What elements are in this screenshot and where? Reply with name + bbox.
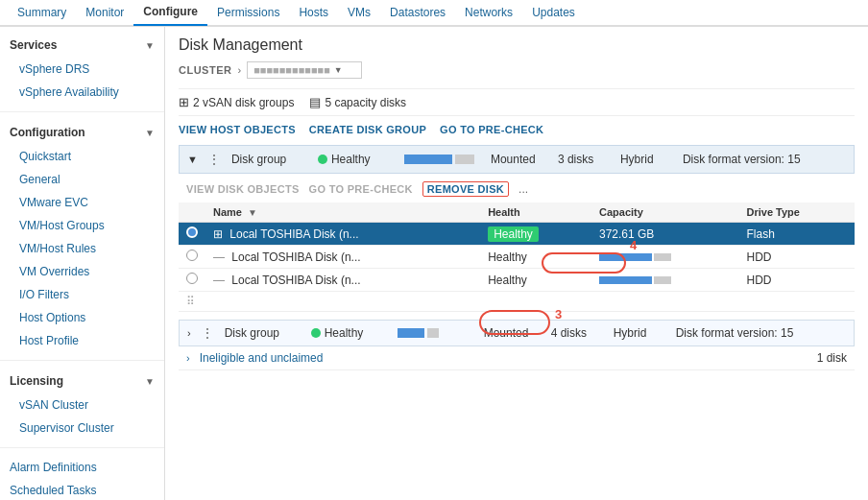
disk-capacity-1: 372.61 GB bbox=[591, 223, 739, 246]
nav-networks[interactable]: Networks bbox=[455, 0, 522, 25]
col-name: Name ▼ bbox=[205, 202, 480, 223]
remove-disk-action[interactable]: REMOVE DISK bbox=[422, 181, 509, 197]
sidebar-header-services[interactable]: Services ▼ bbox=[0, 33, 164, 58]
nav-hosts[interactable]: Hosts bbox=[289, 0, 338, 25]
disk-health-3: Healthy bbox=[480, 269, 591, 292]
sidebar-item-supervisor-cluster[interactable]: Supervisor Cluster bbox=[0, 417, 164, 440]
sidebar-item-vsphere-availability[interactable]: vSphere Availability bbox=[0, 81, 164, 104]
table-row: — Local TOSHIBA Disk (n... Healthy HDD bbox=[179, 269, 855, 292]
dg2-format: Disk format version: 15 bbox=[676, 326, 846, 340]
view-disk-objects-action[interactable]: VIEW DISK OBJECTS bbox=[186, 183, 300, 195]
dg1-bar-blue bbox=[404, 155, 452, 164]
col-capacity: Capacity bbox=[591, 202, 739, 223]
dg1-health: Healthy bbox=[318, 153, 395, 166]
ineligible-count: 1 disk bbox=[817, 351, 847, 365]
dg2-bar bbox=[398, 328, 474, 338]
nav-configure[interactable]: Configure bbox=[133, 0, 207, 26]
nav-monitor[interactable]: Monitor bbox=[76, 0, 133, 25]
disk-radio-1[interactable] bbox=[186, 226, 198, 238]
cluster-dropdown[interactable]: ■■■■■■■■■■■■ ▼ bbox=[247, 61, 362, 79]
dg1-bar-gray bbox=[455, 155, 474, 164]
info-bar: ⊞ 2 vSAN disk groups ▤ 5 capacity disks bbox=[179, 88, 855, 116]
sidebar-item-general[interactable]: General bbox=[0, 168, 164, 191]
disk-groups-icon: ⊞ bbox=[179, 95, 189, 109]
dg1-format: Disk format version: 15 bbox=[683, 153, 846, 166]
cap-blue-bar-3 bbox=[599, 276, 652, 284]
sidebar-header-configuration[interactable]: Configuration ▼ bbox=[0, 120, 164, 145]
disk-table: Name ▼ Health Capacity Drive Type ⊞ Loca… bbox=[179, 202, 855, 312]
sidebar-item-vm-host-rules[interactable]: VM/Host Rules bbox=[0, 237, 164, 260]
table-row-drag: ⠿ bbox=[179, 292, 855, 312]
ineligible-chevron-icon[interactable]: › bbox=[186, 352, 190, 364]
create-disk-group-link[interactable]: CREATE DISK GROUP bbox=[309, 124, 426, 135]
dg2-bar-gray bbox=[427, 328, 439, 338]
disk-radio-3[interactable] bbox=[186, 273, 198, 284]
col-health: Health bbox=[480, 202, 591, 223]
capacity-icon: ▤ bbox=[309, 95, 321, 109]
dg1-chevron-icon[interactable]: ▼ bbox=[187, 154, 198, 165]
chevron-down-icon: ▼ bbox=[145, 376, 155, 387]
chevron-down-icon: ▼ bbox=[145, 128, 155, 138]
sidebar-item-quickstart[interactable]: Quickstart bbox=[0, 145, 164, 168]
sidebar-header-licensing[interactable]: Licensing ▼ bbox=[0, 369, 164, 393]
sort-icon[interactable]: ▼ bbox=[248, 207, 257, 218]
nav-datastores[interactable]: Datastores bbox=[380, 0, 455, 25]
chevron-down-icon: ▼ bbox=[145, 40, 155, 51]
cap-blue-bar bbox=[599, 253, 652, 261]
disk-health-1: Healthy bbox=[480, 223, 591, 246]
dg1-drag-icon: ⋮ bbox=[207, 152, 222, 167]
go-to-pre-check-link[interactable]: GO TO PRE-CHECK bbox=[440, 124, 543, 135]
nav-summary[interactable]: Summary bbox=[8, 0, 76, 25]
disk-name-2: — Local TOSHIBA Disk (n... bbox=[205, 246, 480, 269]
sidebar-item-vmware-evc[interactable]: VMware EVC bbox=[0, 191, 164, 214]
dg1-disks: 3 disks bbox=[558, 153, 611, 166]
nav-updates[interactable]: Updates bbox=[522, 0, 585, 25]
dg2-label: Disk group bbox=[225, 326, 301, 340]
disk-name-3: — Local TOSHIBA Disk (n... bbox=[205, 269, 480, 292]
dg2-chevron-icon[interactable]: › bbox=[187, 327, 191, 339]
cluster-arrow-icon: › bbox=[237, 64, 241, 76]
dg2-disks: 4 disks bbox=[551, 326, 604, 340]
go-pre-check-action[interactable]: GO TO PRE-CHECK bbox=[309, 183, 413, 195]
sidebar-item-vm-host-groups[interactable]: VM/Host Groups bbox=[0, 214, 164, 237]
action-links: VIEW HOST OBJECTS CREATE DISK GROUP GO T… bbox=[179, 124, 855, 135]
content-area: Disk Management CLUSTER › ■■■■■■■■■■■■ ▼… bbox=[165, 27, 868, 380]
disk-group-1-row: ▼ ⋮ Disk group Healthy Mounted 3 disks H… bbox=[179, 145, 855, 174]
col-select bbox=[179, 202, 205, 223]
cluster-bar: CLUSTER › ■■■■■■■■■■■■ ▼ bbox=[179, 61, 855, 79]
ineligible-label[interactable]: Ineligible and unclaimed bbox=[200, 351, 808, 365]
sidebar-item-host-options[interactable]: Host Options bbox=[0, 306, 164, 329]
view-host-objects-link[interactable]: VIEW HOST OBJECTS bbox=[179, 124, 296, 135]
page-title: Disk Management bbox=[179, 36, 855, 54]
sidebar-item-host-profile[interactable]: Host Profile bbox=[0, 329, 164, 352]
chevron-down-icon: ▼ bbox=[334, 65, 343, 75]
disk-radio-2[interactable] bbox=[186, 250, 198, 261]
sidebar-item-alarm-definitions[interactable]: Alarm Definitions bbox=[0, 456, 164, 479]
more-actions-icon[interactable]: ... bbox=[518, 182, 528, 196]
sidebar: Services ▼ vSphere DRS vSphere Availabil… bbox=[0, 27, 165, 500]
nav-permissions[interactable]: Permissions bbox=[207, 0, 289, 25]
cap-bar-2 bbox=[599, 253, 732, 261]
disk-health-badge: Healthy bbox=[488, 226, 539, 242]
sidebar-item-vm-overrides[interactable]: VM Overrides bbox=[0, 260, 164, 283]
disk-name-1: ⊞ Local TOSHIBA Disk (n... bbox=[205, 223, 480, 246]
drag-handle-icon: ⠿ bbox=[186, 295, 195, 308]
sidebar-item-vsan-cluster[interactable]: vSAN Cluster bbox=[0, 393, 164, 417]
ineligible-row: › Ineligible and unclaimed 1 disk bbox=[179, 346, 855, 370]
dg2-bar-blue bbox=[398, 328, 424, 338]
table-row: ⊞ Local TOSHIBA Disk (n... Healthy 372.6… bbox=[179, 223, 855, 246]
disk-groups-info: ⊞ 2 vSAN disk groups bbox=[179, 95, 294, 109]
disk-capacity-2 bbox=[591, 246, 739, 269]
disk-health-2: Healthy bbox=[480, 246, 591, 269]
dg2-mounted: Mounted bbox=[484, 326, 542, 340]
col-drive-type: Drive Type bbox=[738, 202, 855, 223]
sidebar-item-io-filters[interactable]: I/O Filters bbox=[0, 283, 164, 306]
sidebar-item-scheduled-tasks[interactable]: Scheduled Tasks bbox=[0, 479, 164, 500]
cap-bar-3 bbox=[599, 276, 732, 284]
nav-vms[interactable]: VMs bbox=[338, 0, 380, 25]
health-green-icon bbox=[318, 155, 327, 164]
top-nav: Summary Monitor Configure Permissions Ho… bbox=[0, 0, 868, 27]
sub-actions-row: VIEW DISK OBJECTS GO TO PRE-CHECK REMOVE… bbox=[179, 178, 855, 201]
sidebar-item-vsphere-drs[interactable]: vSphere DRS bbox=[0, 58, 164, 81]
dg1-hybrid: Hybrid bbox=[620, 153, 673, 166]
